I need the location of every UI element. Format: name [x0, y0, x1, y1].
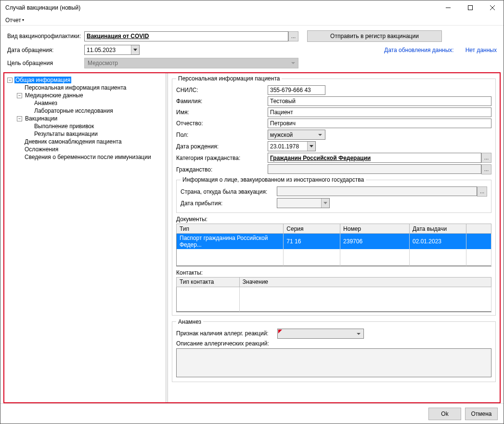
svg-marker-5 — [310, 145, 313, 147]
tree-personal-info[interactable]: Персональная информация пациента — [24, 84, 127, 91]
tree-pregnancy-after[interactable]: Сведения о беременности после иммунизаци… — [24, 154, 152, 160]
patronymic-input[interactable] — [268, 119, 491, 128]
svg-marker-6 — [323, 202, 327, 204]
allergy-flag-label: Признак наличия аллерг. реакций: — [176, 330, 277, 337]
tree-complications[interactable]: Осложнения — [24, 146, 59, 153]
allergy-desc-textarea[interactable] — [176, 348, 491, 377]
visit-date-label: Дата обращения: — [7, 47, 84, 53]
docs-col-date[interactable]: Дата выдачи — [409, 224, 466, 234]
table-row[interactable] — [177, 287, 491, 295]
update-value-link[interactable]: Нет данных — [465, 47, 497, 53]
tree-vaccination-results[interactable]: Результаты вакцинации — [33, 131, 99, 137]
visit-purpose-field: Медосмотр — [84, 58, 298, 68]
tree-lab-tests[interactable]: Лабораторные исследования — [33, 107, 114, 114]
allergy-desc-label: Описание аллергических реакций: — [176, 340, 277, 347]
dialog-footer: Ok Отмена — [0, 403, 504, 424]
evac-country-field[interactable] — [277, 186, 477, 196]
citizenship-category-label: Категория гражданства: — [176, 155, 268, 161]
citizenship-category-browse-button[interactable]: … — [481, 153, 491, 163]
firstname-label: Имя: — [176, 109, 268, 116]
table-row[interactable]: Паспорт гражданина Российской Федер... 7… — [177, 234, 491, 250]
titlebar: Случай вакцинации (новый) — [0, 0, 504, 15]
anamnesis-group: Анамнез Признак наличия аллерг. реакций:… — [172, 318, 496, 382]
send-to-registry-button[interactable]: Отправить в регистр вакцинации — [307, 30, 442, 42]
contacts-col-value[interactable]: Значение — [239, 277, 491, 287]
table-row[interactable] — [177, 249, 491, 257]
snils-label: СНИЛС: — [176, 87, 268, 93]
chevron-down-icon: ▾ — [22, 18, 24, 22]
sex-select[interactable]: мужской — [268, 130, 325, 140]
tree-general-info[interactable]: Общая информация — [14, 77, 71, 83]
contacts-table[interactable]: Тип контакта Значение — [176, 277, 491, 312]
evac-country-label: Страна, откуда была эвакуация: — [181, 188, 277, 195]
tree-vaccinations[interactable]: Вакцинации — [24, 115, 58, 122]
docs-col-spare — [466, 224, 491, 234]
vaccine-type-browse-button[interactable]: … — [288, 31, 298, 41]
evac-arrival-field[interactable] — [277, 198, 330, 208]
dob-dropdown-button[interactable] — [307, 142, 315, 151]
documents-table[interactable]: Тип Серия Номер Дата выдачи Паспорт граж… — [176, 224, 491, 266]
citizenship-category-field[interactable]: Гражданин Российской Федерации — [268, 153, 481, 163]
dob-field[interactable]: 23.01.1978 — [268, 141, 316, 151]
window-controls — [437, 0, 504, 15]
tree-collapse-icon[interactable]: − — [17, 93, 22, 98]
docs-col-series[interactable]: Серия — [284, 224, 340, 234]
tree-vaccination-exec[interactable]: Выполнение прививок — [33, 123, 95, 130]
lastname-input[interactable] — [268, 96, 491, 106]
dob-label: Дата рождения: — [176, 143, 268, 150]
nav-tree[interactable]: −Общая информация Персональная информаци… — [4, 73, 166, 402]
contacts-col-type[interactable]: Тип контакта — [177, 277, 240, 287]
close-button[interactable] — [481, 0, 504, 15]
citizenship-browse-button[interactable]: … — [481, 164, 491, 174]
window-title: Случай вакцинации (новый) — [5, 4, 437, 11]
visit-purpose-label: Цель обращения — [7, 60, 84, 66]
documents-table-wrap: Тип Серия Номер Дата выдачи Паспорт граж… — [176, 224, 491, 266]
sex-label: Пол: — [176, 132, 268, 138]
visit-date-field[interactable]: 11.05.2023 — [84, 45, 140, 55]
vaccine-type-field[interactable]: Вакцинация от COVID — [84, 31, 288, 41]
docs-col-type[interactable]: Тип — [177, 224, 284, 234]
evac-arrival-dropdown-button[interactable] — [321, 199, 329, 208]
documents-label: Документы: — [176, 216, 491, 223]
allergy-flag-select[interactable] — [277, 329, 364, 339]
ok-button[interactable]: Ok — [428, 408, 461, 420]
evac-country-browse-button[interactable]: … — [477, 186, 487, 197]
tree-self-observation[interactable]: Дневник самонаблюдения пациента — [24, 138, 123, 145]
maximize-button[interactable] — [459, 0, 481, 15]
menu-report[interactable]: Отчет ▾ — [3, 16, 26, 25]
minimize-button[interactable] — [437, 0, 459, 15]
anamnesis-legend: Анамнез — [176, 318, 203, 325]
evacuation-group: Информация о лице, эвакуированном из ино… — [176, 176, 491, 213]
contacts-label: Контакты: — [176, 269, 491, 276]
menu-report-label: Отчет — [5, 17, 21, 24]
docs-col-number[interactable]: Номер — [340, 224, 410, 234]
tree-collapse-icon[interactable]: − — [7, 78, 13, 83]
vaccine-type-label: Вид вакцинопрофилактики: — [7, 33, 84, 40]
personal-info-legend: Персональная информация пациента — [176, 75, 282, 82]
evacuation-legend: Информация о лице, эвакуированном из ино… — [181, 176, 366, 183]
menubar: Отчет ▾ — [0, 15, 504, 26]
lastname-label: Фамилия: — [176, 98, 268, 105]
firstname-input[interactable] — [268, 107, 491, 117]
vaccination-case-window: Случай вакцинации (новый) Отчет ▾ Вид ва… — [0, 0, 504, 424]
citizenship-field[interactable] — [268, 164, 481, 174]
svg-marker-4 — [133, 49, 137, 51]
table-row[interactable] — [177, 303, 491, 311]
visit-date-dropdown-button[interactable] — [131, 45, 139, 54]
svg-rect-1 — [468, 6, 473, 10]
snils-input[interactable] — [268, 85, 325, 95]
tree-medical-data[interactable]: Медицинские данные — [24, 92, 84, 99]
contacts-table-wrap: Тип контакта Значение — [176, 277, 491, 312]
top-form: Вид вакцинопрофилактики: Вакцинация от C… — [0, 26, 504, 71]
table-row[interactable] — [177, 257, 491, 265]
detail-pane: Персональная информация пациента СНИЛС: … — [168, 73, 500, 402]
evac-arrival-label: Дата прибытия: — [181, 200, 277, 207]
patronymic-label: Отчество: — [176, 120, 268, 127]
update-date-link[interactable]: Дата обновления данных: — [384, 47, 454, 53]
table-row[interactable] — [177, 295, 491, 303]
main-content-highlight: −Общая информация Персональная информаци… — [3, 72, 501, 403]
citizenship-label: Гражданство: — [176, 166, 268, 173]
tree-collapse-icon[interactable]: − — [17, 116, 22, 121]
cancel-button[interactable]: Отмена — [465, 408, 498, 420]
tree-anamnesis[interactable]: Анамнез — [33, 100, 58, 106]
